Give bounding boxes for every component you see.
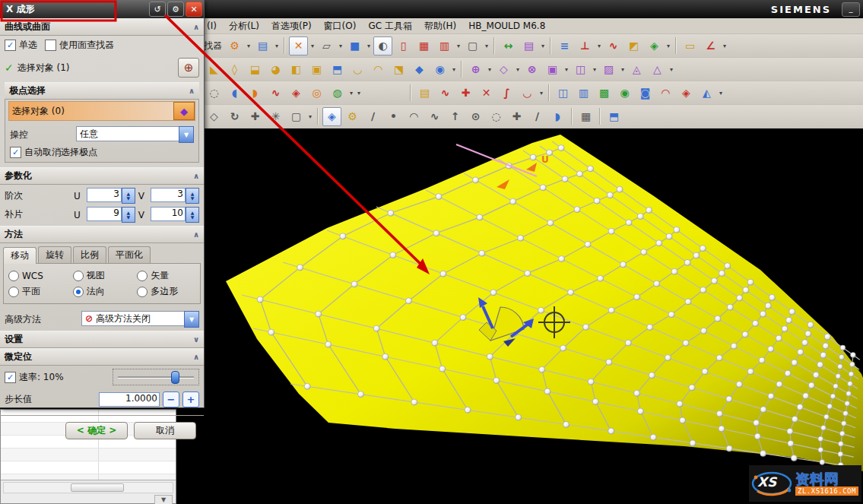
control-point[interactable] <box>540 185 546 191</box>
emboss-body-icon[interactable]: ◕ <box>266 60 285 79</box>
control-point[interactable] <box>726 396 732 402</box>
collapse-chevron-icon[interactable]: ∧ <box>189 87 195 95</box>
control-point[interactable] <box>768 346 774 352</box>
control-point[interactable] <box>788 440 794 446</box>
dropdown-caret-icon[interactable]: ▾ <box>273 43 281 49</box>
patch-u-value[interactable]: 9 <box>87 207 122 221</box>
control-point[interactable] <box>577 171 583 177</box>
dropdown-caret-icon[interactable]: ▾ <box>595 43 603 49</box>
collapse-chevron-icon[interactable]: ∧ <box>193 230 199 239</box>
control-point[interactable] <box>747 279 754 285</box>
control-point[interactable] <box>656 240 662 246</box>
control-point[interactable] <box>849 362 855 367</box>
control-point[interactable] <box>842 421 847 426</box>
chevron-down-icon[interactable]: ▼ <box>179 126 194 143</box>
dropdown-caret-icon[interactable]: ▾ <box>514 66 522 73</box>
gear-icon[interactable]: ⚙ <box>167 2 184 17</box>
object-display-icon[interactable]: ◩ <box>624 36 643 55</box>
control-point[interactable] <box>759 357 765 363</box>
dropdown-caret-icon[interactable]: ▾ <box>563 66 570 73</box>
menu-item-gc-toolbox[interactable]: GC 工具箱 <box>368 20 412 33</box>
control-point[interactable] <box>833 384 839 389</box>
auto-deselect-checkbox[interactable]: ✓ <box>10 147 21 158</box>
control-point[interactable] <box>747 369 754 375</box>
move-point-icon[interactable]: ✚ <box>246 107 265 126</box>
through-curves-icon[interactable]: ▥ <box>574 84 593 103</box>
control-point[interactable] <box>821 426 827 431</box>
bridge-curve-icon[interactable]: ∫ <box>497 84 516 103</box>
dropdown-caret-icon[interactable]: ▾ <box>591 66 598 73</box>
patch-v-value[interactable]: 10 <box>151 207 186 221</box>
menu-item-preferences[interactable]: 首选项(P) <box>271 20 312 33</box>
control-point[interactable] <box>782 326 788 332</box>
tab-scale[interactable]: 比例 <box>73 246 106 263</box>
control-point[interactable] <box>668 312 674 318</box>
reset-icon[interactable]: ↺ <box>149 2 166 17</box>
control-point[interactable] <box>382 353 389 360</box>
control-point[interactable] <box>792 360 798 366</box>
edge-symmetry-icon[interactable]: ▤ <box>415 84 434 103</box>
control-point[interactable] <box>598 275 604 281</box>
control-point[interactable] <box>411 399 417 405</box>
degree-u-value[interactable]: 3 <box>87 188 122 202</box>
control-point[interactable] <box>316 311 322 317</box>
info-grid-icon[interactable]: ▦ <box>576 107 595 126</box>
control-point[interactable] <box>845 401 850 407</box>
degree-v-value[interactable]: 3 <box>151 188 186 202</box>
ruled-surface-icon[interactable]: ◫ <box>554 84 573 103</box>
dropdown-caret-icon[interactable]: ▾ <box>486 66 493 73</box>
advanced-method-dropdown[interactable]: ⊘ 高级方法关闭 ▼ <box>81 311 199 328</box>
control-point[interactable] <box>608 228 614 234</box>
variational-sweep-icon[interactable]: ◈ <box>677 84 696 103</box>
table-row[interactable] <box>1 449 176 461</box>
control-point[interactable] <box>743 287 749 293</box>
menu-item-help[interactable]: 帮助(H) <box>424 20 456 33</box>
studio-surface-icon[interactable]: ◉ <box>615 84 634 103</box>
control-point[interactable] <box>716 355 722 361</box>
control-point[interactable] <box>792 416 798 422</box>
control-point[interactable] <box>487 353 493 360</box>
dropdown-caret-icon[interactable]: ▾ <box>483 43 490 49</box>
control-point[interactable] <box>493 378 500 384</box>
dropdown-caret-icon[interactable]: ▾ <box>668 66 675 73</box>
control-point[interactable] <box>754 420 760 426</box>
tube-in-box-icon[interactable]: ▥ <box>435 36 454 55</box>
step-value-input[interactable]: 1.0000 <box>99 392 160 407</box>
spline-edit-icon[interactable]: ∿ <box>604 36 623 55</box>
spinner-arrows-icon[interactable]: ▲▼ <box>186 188 199 204</box>
control-point[interactable] <box>787 428 793 434</box>
control-point[interactable] <box>620 262 627 268</box>
control-point[interactable] <box>479 250 485 256</box>
control-point[interactable] <box>373 325 379 331</box>
dropdown-caret-icon[interactable]: ▾ <box>365 43 373 49</box>
control-point[interactable] <box>820 352 827 358</box>
control-point[interactable] <box>574 207 580 213</box>
drag-hand-icon[interactable]: ✳ <box>266 107 285 126</box>
control-point[interactable] <box>839 354 845 360</box>
face-finder-checkbox[interactable] <box>45 40 56 51</box>
trim-curve-icon[interactable]: ✕ <box>477 84 496 103</box>
control-point[interactable] <box>563 421 570 427</box>
control-point[interactable] <box>490 290 497 296</box>
dropdown-caret-icon[interactable]: ▾ <box>450 66 458 73</box>
snap-point-icon[interactable]: ◈ <box>322 107 341 126</box>
control-point[interactable] <box>592 398 598 404</box>
control-point[interactable] <box>839 431 845 436</box>
section-curve-or-surface[interactable]: 曲线或曲面 ∧ <box>0 18 204 36</box>
control-point[interactable] <box>583 324 589 330</box>
dropdown-caret-icon[interactable]: ▾ <box>721 43 728 49</box>
control-point[interactable] <box>846 391 852 397</box>
radio-normal[interactable]: 法向 <box>70 284 135 300</box>
line-2pt-icon[interactable]: ∕ <box>363 107 382 126</box>
control-point[interactable] <box>358 391 364 398</box>
rotate-point-icon[interactable]: ↻ <box>225 107 244 126</box>
control-point[interactable] <box>823 343 829 349</box>
pull-face-icon[interactable]: ◇ <box>494 60 513 79</box>
orient-view-icon[interactable]: ◈ <box>645 36 664 55</box>
control-point[interactable] <box>818 436 823 442</box>
sew-icon[interactable]: ◆ <box>410 60 429 79</box>
control-point[interactable] <box>634 390 640 396</box>
control-point[interactable] <box>725 263 731 269</box>
patch-v-spinner[interactable]: 10 ▲▼ <box>151 207 199 223</box>
control-point[interactable] <box>562 176 568 182</box>
